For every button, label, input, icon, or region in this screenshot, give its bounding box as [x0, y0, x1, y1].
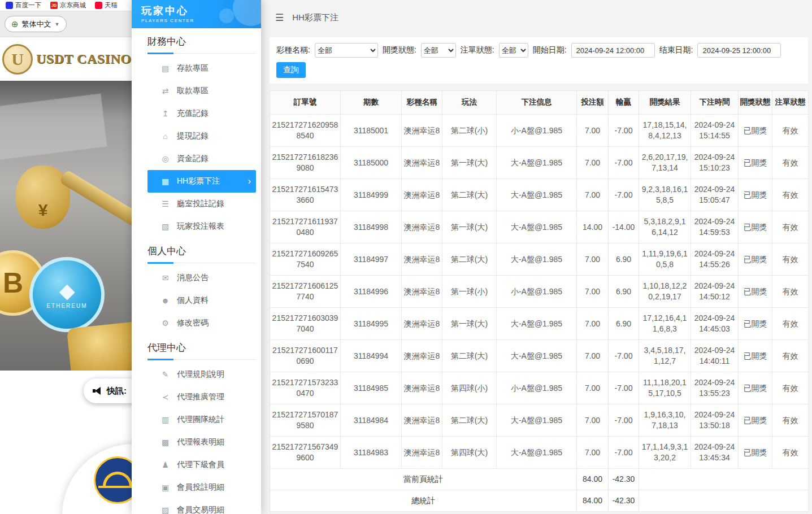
cell-bet-info: 大-A盤@1.985	[497, 308, 577, 340]
sidebar-item-agent-team-stats[interactable]: ▥代理團隊統計	[147, 408, 256, 431]
summary-label: 當前頁統計	[270, 469, 577, 490]
cell-result: 1,9,16,3,10,7,18,13	[639, 404, 691, 437]
table-row: 215217271609265754031184997澳洲幸运8第二球(大)大-…	[270, 243, 809, 276]
cell-lottery: 澳洲幸运8	[402, 115, 442, 147]
cell-play: 第一球(小)	[442, 276, 497, 308]
bookmark-tmall[interactable]: 天猫	[95, 1, 118, 10]
sidebar-item-announcements[interactable]: ✉消息公告	[147, 267, 256, 289]
sidebar-item-label: 消息公告	[177, 273, 209, 283]
player-center-sidebar: 玩家中心 PLAYERS CENTER 財務中心▤存款專區⇄取款專區↥充值記錄⌂…	[132, 0, 261, 514]
table-row: 215217271573233047031184985澳洲幸运8第四球(小)小-…	[270, 372, 809, 404]
sidebar-item-profile[interactable]: ☻個人資料	[147, 289, 256, 312]
cell-order-no: 2152172716061257740	[270, 276, 341, 308]
table-row: 215217271615473366031184999澳洲幸运8第二球(大)大-…	[270, 179, 809, 211]
sidebar-item-agent-sub-members[interactable]: ♟代理下級會員	[147, 454, 256, 476]
sidebar-item-change-password[interactable]: ⚙修改密碼	[147, 312, 256, 334]
sidebar-title: 玩家中心	[141, 4, 261, 18]
bookmark-baidu[interactable]: 百度一下	[6, 1, 41, 10]
cell-order-status: 有效	[772, 147, 809, 179]
casino-logo-text[interactable]: USDT CASINO	[36, 51, 131, 67]
cell-win-loss: -7.00	[609, 115, 639, 147]
sidebar-item-withdraw[interactable]: ⇄取款專區	[147, 80, 256, 102]
bookmark-jd[interactable]: JD京东商城	[50, 1, 86, 10]
sidebar-item-agent-promotion[interactable]: ≺代理推廣管理	[147, 386, 256, 408]
cell-period: 31184998	[341, 211, 402, 243]
sidebar-item-fund-record[interactable]: ◎資金記錄	[147, 147, 256, 170]
summary-empty	[639, 490, 809, 512]
cell-draw-status: 已開獎	[739, 372, 772, 404]
baidu-icon	[6, 2, 13, 9]
cell-draw-status: 已開獎	[739, 211, 772, 243]
ethereum-coin-image: ◆ ETHEREUM	[29, 257, 105, 332]
sidebar-subtitle: PLAYERS CENTER	[141, 18, 261, 23]
bookmark-label: 百度一下	[15, 1, 41, 10]
language-selector[interactable]: ⊕ 繁体中文 ▼	[5, 16, 67, 32]
sidebar-item-room-bet-record[interactable]: ☰廳室投註記錄	[147, 193, 256, 215]
sidebar-item-member-bet-detail[interactable]: ▣會員投註明細	[147, 476, 256, 499]
speaker-icon	[93, 386, 102, 395]
cell-bet-time: 2024-09-24 13:55:23	[691, 372, 739, 404]
sidebar-item-hh-lottery-bets[interactable]: ▦HH彩票下注›	[147, 170, 256, 193]
cell-lottery: 澳洲幸运8	[402, 404, 442, 437]
cell-order-no: 2152172715701879580	[270, 404, 341, 437]
order-status-select[interactable]: 全部	[499, 43, 528, 58]
sidebar-item-member-transaction-detail[interactable]: ▨會員交易明細	[147, 499, 256, 514]
table-row: 215217271618236908031185000澳洲幸运8第一球(大)大-…	[270, 147, 809, 179]
ethereum-label: ETHEREUM	[46, 303, 87, 309]
end-date-label: 结束日期:	[659, 45, 693, 55]
order-status-filter-label: 注單狀態:	[461, 45, 494, 55]
sidebar-item-agent-rules[interactable]: ✎代理規則說明	[147, 363, 256, 386]
cell-draw-status: 已開獎	[739, 179, 772, 211]
cell-bet-info: 小-A盤@1.985	[497, 372, 577, 404]
sidebar-item-player-bet-report[interactable]: ▧玩家投注報表	[147, 215, 256, 238]
cell-period: 31184999	[341, 179, 402, 211]
cell-bet-time: 2024-09-24 13:45:34	[691, 437, 739, 469]
sidebar-item-label: 提現記錄	[177, 131, 209, 141]
cell-bet-time: 2024-09-24 15:14:55	[691, 115, 739, 147]
cell-lottery: 澳洲幸运8	[402, 211, 442, 243]
sidebar-item-label: 充值記錄	[177, 108, 209, 119]
column-header-7: 開獎結果	[639, 91, 691, 115]
sidebar-item-agent-report-detail[interactable]: ▩代理報表明細	[147, 431, 256, 454]
column-header-5: 投注額	[577, 91, 609, 115]
lottery-select[interactable]: 全部	[315, 43, 378, 58]
cell-order-no: 2152172715673499600	[270, 437, 341, 469]
sidebar-item-label: 存款專區	[177, 63, 209, 73]
end-date-input[interactable]	[697, 43, 781, 58]
cell-play: 第二球(大)	[442, 179, 497, 211]
start-date-input[interactable]	[571, 43, 655, 58]
cell-bet-time: 2024-09-24 14:55:26	[691, 243, 739, 276]
cell-win-loss: -7.00	[609, 340, 639, 372]
cell-win-loss: 6.90	[609, 308, 639, 340]
agent-team-stats-icon: ▥	[161, 415, 170, 424]
sidebar-item-withdraw-record[interactable]: ⌂提現記錄	[147, 125, 256, 147]
cell-lottery: 澳洲幸运8	[402, 308, 442, 340]
recharge-record-icon: ↥	[161, 109, 170, 118]
summary-amount: 84.00	[577, 490, 609, 512]
search-button[interactable]: 查詢	[276, 62, 306, 78]
cell-bet-info: 小-A盤@1.985	[497, 115, 577, 147]
sidebar-item-recharge-record[interactable]: ↥充值記錄	[147, 102, 256, 125]
start-date-label: 開始日期:	[533, 45, 567, 55]
column-header-3: 玩法	[442, 91, 497, 115]
agent-report-detail-icon: ▩	[161, 438, 170, 447]
cell-play: 第二球(小)	[442, 115, 497, 147]
cell-amount: 7.00	[577, 147, 609, 179]
menu-toggle-icon[interactable]: ☰	[275, 12, 284, 24]
cell-period: 31184995	[341, 308, 402, 340]
background-page: 百度一下JD京东商城天猫 ⊕ 繁体中文 ▼ U USDT CASINO ¥ B …	[0, 0, 132, 514]
player-bet-report-icon: ▧	[161, 222, 170, 231]
sidebar-item-label: 會員投註明細	[177, 482, 224, 493]
cell-play: 第一球(大)	[442, 211, 497, 243]
sidebar-item-deposit[interactable]: ▤存款專區	[147, 57, 256, 80]
cell-lottery: 澳洲幸运8	[402, 147, 442, 179]
sidebar-item-label: HH彩票下注	[177, 176, 220, 186]
casino-logo-emblem[interactable]: U	[2, 44, 33, 75]
filter-row: 彩種名稱: 全部 開獎狀態: 全部 注單狀態: 全部 開始日期: 结束日期:	[276, 43, 801, 58]
gold-coins-image	[67, 321, 132, 371]
cell-draw-status: 已開獎	[739, 437, 772, 469]
draw-status-select[interactable]: 全部	[421, 43, 456, 58]
cell-lottery: 澳洲幸运8	[402, 372, 442, 404]
cell-period: 31185000	[341, 147, 402, 179]
announcements-icon: ✉	[161, 273, 170, 282]
